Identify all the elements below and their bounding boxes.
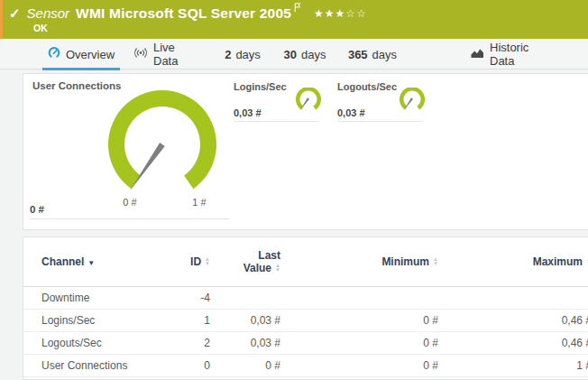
tab-number: 30 [284,48,297,61]
divider [30,218,229,219]
channel-name[interactable]: User Connections [23,354,165,376]
tab-bar: Overview Live Data 2 days 30 days 365 da… [0,39,588,70]
channel-maximum [438,286,588,309]
star-icon[interactable]: ☆ [345,7,356,20]
tab-unit: days [372,48,397,61]
tab-365-days[interactable]: 365 days [339,39,406,70]
gauge-scale-min: 0 # [123,197,136,208]
gauge-scale-max: 1 # [192,197,206,208]
gauges-panel: User Connections 0 # 1 # 0 # Logins/Sec … [23,73,588,230]
tab-2-days[interactable]: 2 days [216,39,269,70]
column-label: Maximum [533,255,583,268]
column-label: ID [190,255,201,268]
mini-gauge-value: 0,03 # [234,107,262,118]
channel-id: 1 [165,309,210,331]
column-header-minimum[interactable]: Minimum▲▼ [280,237,438,286]
column-label: Minimum [381,255,429,268]
channel-maximum: 0,46 # [438,309,588,331]
channel-name[interactable]: Downtime [23,286,165,309]
logouts-gauge [396,88,427,115]
table-row-logouts-sec[interactable]: Logouts/Sec 2 0,03 # 0 # 0,46 # [23,331,588,354]
column-label: Last [258,249,280,262]
sort-desc-icon: ▼ [87,259,95,267]
live-broadcast-icon [133,47,148,61]
tab-unit: days [235,48,260,61]
column-header-maximum[interactable]: Maximum▲▼ [438,237,588,286]
sensor-header: ✓ Sensor WMI Microsoft SQL Server 2005 ★… [0,0,588,39]
column-header-last-value[interactable]: Last Value▲▼ [210,237,280,286]
channel-last-value: 0,03 # [210,309,280,331]
table-row-user-connections[interactable]: User Connections 0 0 # 0 # 1 # [23,354,588,376]
priority-stars[interactable]: ★★★☆☆ [314,7,367,20]
channel-maximum: 1 # [438,354,588,376]
tab-label: Historic Data [490,41,550,68]
channel-last-value: 0 # [210,354,280,376]
channel-last-value: 0,03 # [210,331,280,354]
priority-accent-strip [0,0,3,39]
user-connections-gauge [90,84,234,210]
sort-icon: ▲▼ [205,257,210,266]
channel-name[interactable]: Logouts/Sec [23,331,165,354]
table-row-logins-sec[interactable]: Logins/Sec 1 0,03 # 0 # 0,46 # [23,309,588,331]
star-icon[interactable]: ☆ [356,7,367,20]
tab-number: 365 [348,48,368,61]
object-kind-label: Sensor [27,5,70,21]
star-icon[interactable]: ★ [314,7,325,20]
channel-last-value [210,286,280,309]
channel-maximum: 0,46 # [438,331,588,354]
channel-id: -4 [165,286,210,309]
tab-label: Overview [66,48,115,61]
channel-minimum: 0 # [280,331,438,354]
column-header-channel[interactable]: Channel▼ [23,237,165,286]
channel-minimum: 0 # [280,309,438,331]
flag-icon[interactable] [294,0,301,16]
table-header-row: Channel▼ ID▲▼ Last Value▲▼ Minimum▲▼ Max… [23,237,588,286]
tab-30-days[interactable]: 30 days [276,39,334,70]
mini-gauge-value: 0,03 # [337,107,365,118]
mini-gauge-title: Logins/Sec [234,81,287,92]
star-icon[interactable]: ★ [335,7,346,20]
tab-historic-data[interactable]: Historic Data [471,39,550,70]
logins-gauge-panel: Logins/Sec 0,03 # [234,79,319,122]
sensor-title: WMI Microsoft SQL Server 2005 [76,5,291,22]
mini-gauge-title: Logouts/Sec [337,81,397,92]
channels-table: Channel▼ ID▲▼ Last Value▲▼ Minimum▲▼ Max… [23,237,588,377]
gauge-icon [48,47,60,61]
tab-overview[interactable]: Overview [42,39,120,70]
channel-id: 0 [165,354,210,376]
channel-minimum: 0 # [280,354,438,376]
tab-unit: days [301,48,326,61]
table-row-downtime[interactable]: Downtime -4 [23,286,588,309]
sort-icon: ▲▼ [275,264,280,273]
column-header-id[interactable]: ID▲▼ [165,237,210,286]
tab-label: Live Data [153,41,200,68]
tab-number: 2 [225,48,231,61]
logouts-gauge-panel: Logouts/Sec 0,03 # [337,79,423,122]
logins-gauge [292,88,323,115]
channels-panel: Channel▼ ID▲▼ Last Value▲▼ Minimum▲▼ Max… [23,236,588,380]
status-ok-icon: ✓ [9,5,21,22]
sort-icon: ▲▼ [433,257,438,266]
channel-id: 2 [165,331,210,354]
column-label: Value [243,262,271,274]
channel-minimum [280,286,438,309]
column-label: Channel [41,255,84,268]
sensor-status-badge: OK [33,23,48,33]
primary-gauge-value: 0 # [30,204,44,215]
area-chart-icon [471,48,484,61]
channel-name[interactable]: Logins/Sec [23,309,165,331]
star-icon[interactable]: ★ [325,7,335,20]
tab-live-data[interactable]: Live Data [133,39,200,70]
